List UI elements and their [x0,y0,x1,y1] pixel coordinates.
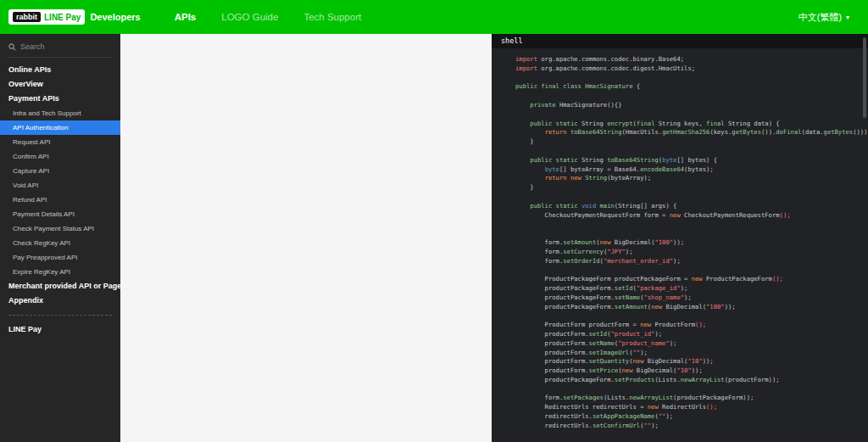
sidebar-item-api-authentication[interactable]: API Authentication [0,120,120,135]
sidebar-item-appendix[interactable]: Appendix [0,294,120,308]
sidebar-item-infra-and-tech-support[interactable]: Infra and Tech Support [0,106,120,120]
sidebar-item-request-api[interactable]: Request API [0,135,120,149]
code-line: public static String toBase64String(byte… [515,156,868,165]
sidebar-item-payment-apis[interactable]: Payment APIs [0,92,120,106]
code-line: public static void main(String[] args) { [515,202,868,211]
code-line: productPackageForm.setId("package_id"); [515,284,868,294]
code-line: import org.apache.commons.codec.binary.B… [515,55,868,64]
developers-label: Developers [90,12,140,22]
code-line: byte[] byteArray = Base64.encodeBase64(b… [515,165,868,175]
code-line: import org.apache.commons.codec.digest.H… [515,64,868,74]
top-header: rabbit LINE Pay Developers APIsLOGO Guid… [0,0,868,34]
sidebar-item-pay-preapproved-api[interactable]: Pay Preapproved API [0,250,120,265]
search-input[interactable] [20,42,112,51]
code-line: return toBase64String(HmacUtils.getHmacS… [515,128,868,137]
code-line [515,385,868,394]
scrollbar-thumb[interactable] [863,37,866,118]
sidebar-item-refund-api[interactable]: Refund API [0,193,120,207]
code-line [515,74,868,83]
sidebar-item-online-apis[interactable]: Online APIs [0,63,120,77]
code-language-tab[interactable]: shell [492,34,868,48]
sidebar-divider [8,315,112,316]
code-line: productPackageForm.setAmount(new BigDeci… [515,303,868,312]
sidebar-item-void-api[interactable]: Void API [0,178,120,193]
nav-item-apis[interactable]: APIs [175,12,197,22]
code-line: productForm.setQuantity(new BigDecimal("… [515,357,868,366]
rabbit-line-pay-logo[interactable]: rabbit LINE Pay Developers [8,9,141,25]
sidebar-item-capture-api[interactable]: Capture API [0,164,120,178]
code-line: } [515,183,868,193]
sidebar-nav: Online APIsOverViewPayment APIsInfra and… [0,63,120,337]
code-line: redirectUrls.setConfirmUrl(""); [515,422,868,431]
code-line: productForm.setImageUrl(""); [515,349,868,358]
nav-item-tech-support[interactable]: Tech Support [303,12,361,22]
sidebar: Online APIsOverViewPayment APIsInfra and… [0,34,120,442]
code-line: form.setAmount(new BigDecimal("100")); [515,238,868,248]
code-line [515,229,868,238]
code-line: public static String encrypt(final Strin… [515,120,868,129]
code-line: } [515,137,868,147]
sidebar-item-check-payment-status-api[interactable]: Check Payment Status API [0,221,120,236]
top-nav: APIsLOGO GuideTech Support [175,12,361,22]
code-line: public final class HmacSignature { [515,82,868,92]
code-line: RedirectUrls redirectUrls = new Redirect… [515,403,868,412]
code-line [515,147,868,156]
sidebar-item-line-pay[interactable]: LINE Pay [0,322,120,337]
code-line: private HmacSignature(){} [515,101,868,110]
chevron-down-icon: ▾ [846,14,849,21]
code-line [515,110,868,120]
sidebar-item-merchant-provided-api-or-page[interactable]: Merchant provided API or Page [0,279,120,294]
scrollbar[interactable] [863,37,866,439]
code-line: form.setOrderId("merchant_order_id"); [515,257,868,266]
code-line [515,92,868,101]
sidebar-item-confirm-api[interactable]: Confirm API [0,149,120,164]
sidebar-item-overview[interactable]: OverView [0,77,120,92]
code-line: productForm.setId("product_id"); [515,330,868,339]
logo-box: rabbit LINE Pay [8,9,85,25]
code-line: productForm.setName("product_name"); [515,339,868,349]
code-line [515,311,868,321]
sidebar-item-payment-details-api[interactable]: Payment Details API [0,207,120,221]
sidebar-item-check-regkey-api[interactable]: Check RegKey API [0,236,120,250]
code-line: form.setPackages(Lists.newArrayList(prod… [515,394,868,403]
code-line: productPackageForm.setName("shop_name"); [515,294,868,303]
sidebar-item-expire-regkey-api[interactable]: Expire RegKey API [0,265,120,279]
code-line: redirectUrls.setAppPackageName(""); [515,412,868,422]
search-icon [8,43,16,51]
code-panel: shell import org.apache.commons.codec.bi… [492,34,868,442]
code-line: CheckoutPaymentRequestForm form = new Ch… [515,211,868,221]
nav-item-logo-guide[interactable]: LOGO Guide [221,12,278,22]
language-selector[interactable]: 中文(繁體) ▾ [798,11,849,24]
code-line: productPackageForm.setProducts(Lists.new… [515,376,868,385]
code-line [515,193,868,202]
linepay-logo-text: LINE Pay [44,13,81,22]
content-area [120,34,492,442]
language-label: 中文(繁體) [798,11,842,24]
code-line: ProductForm productForm = new ProductFor… [515,321,868,330]
search-box [8,42,112,58]
code-line: ProductPackageForm productPackageForm = … [515,275,868,284]
code-line: productForm.setPrice(new BigDecimal("10"… [515,366,868,376]
code-line: form.setCurrency("JPY"); [515,248,868,257]
code-block: import org.apache.commons.codec.binary.B… [492,48,868,431]
code-line: return new String(byteArray); [515,174,868,183]
rabbit-logo-text: rabbit [13,12,41,22]
code-line [515,266,868,275]
code-line [515,220,868,229]
